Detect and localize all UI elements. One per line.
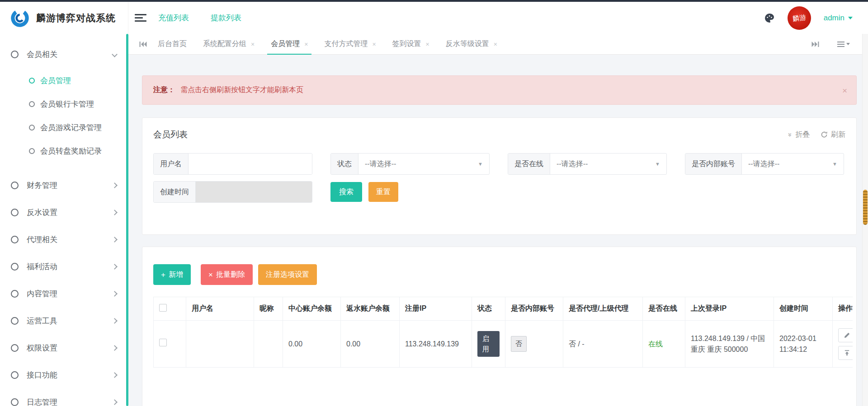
status-select[interactable]: --请选择-- ▼ [359,154,489,174]
sidebar-item-会员相关[interactable]: 会员相关 [0,41,128,68]
sidebar-subitem-会员银行卡管理[interactable]: 会员银行卡管理 [0,92,128,116]
batch-delete-button[interactable]: × 批量删除 [201,264,253,285]
select-caret-icon: ▼ [478,161,483,167]
tab-list: 后台首页系统配置分组×会员管理×支付方式管理×签到设置×反水等级设置× [158,34,514,55]
theme-palette-icon[interactable] [764,13,775,23]
username-input[interactable] [189,154,312,174]
online-filter-group: 是否在线 --请选择-- ▼ [508,153,667,175]
tab-close-icon[interactable]: × [372,41,376,48]
select-all-header-cell [154,297,186,321]
notice-prefix: 注意： [153,86,175,93]
sidebar-subitem-label: 会员银行卡管理 [40,99,94,109]
tab-bar: 后台首页系统配置分组×会员管理×支付方式管理×签到设置×反水等级设置× [128,34,868,55]
collapse-button[interactable]: » 折叠 [788,130,810,140]
sidebar-item-内容管理[interactable]: 内容管理 [0,280,128,307]
search-button[interactable]: 搜索 [330,182,362,202]
circle-icon [11,371,19,379]
created-time-input[interactable] [196,182,312,202]
refresh-icon [821,131,828,138]
internal-badge: 否 [511,336,527,352]
column-header-操作: 操作 [833,297,853,321]
sidebar-subitem-会员游戏记录管理[interactable]: 会员游戏记录管理 [0,116,128,139]
internal-select[interactable]: --请选择-- ▼ [742,154,844,174]
refresh-label: 刷新 [831,130,845,140]
sidebar-item-反水设置[interactable]: 反水设置 [0,199,128,226]
tab-label: 会员管理 [271,39,300,49]
column-header-状态: 状态 [472,297,505,321]
sidebar-item-日志管理[interactable]: 日志管理 [0,388,128,406]
chevron-right-icon [112,182,118,188]
tab-close-icon[interactable]: × [304,41,308,48]
circle-icon [29,78,35,84]
column-header-用户名: 用户名 [186,297,254,321]
move-top-button[interactable] [838,346,853,360]
sidebar-submenu: 会员管理会员银行卡管理会员游戏记录管理会员转盘奖励记录 [0,68,128,172]
tab-options-menu-icon[interactable] [837,40,850,48]
sidebar-subitem-label: 会员管理 [40,75,71,86]
app-layout: 会员相关会员管理会员银行卡管理会员游戏记录管理会员转盘奖励记录财务管理反水设置代… [0,0,868,406]
tab-签到设置[interactable]: 签到设置× [392,34,429,55]
cell-actions [833,321,853,368]
user-menu[interactable]: admin [824,14,853,23]
sidebar-item-label: 运营工具 [27,316,113,326]
created-filter-group: 创建时间 [153,181,312,203]
circle-icon [11,51,19,58]
sidebar-scrollbar[interactable] [126,34,128,406]
tab-系统配置分组[interactable]: 系统配置分组× [203,34,255,55]
edit-button[interactable] [838,328,853,342]
tab-close-icon[interactable]: × [494,41,497,48]
sidebar-item-福利活动[interactable]: 福利活动 [0,253,128,280]
sidebar-item-财务管理[interactable]: 财务管理 [0,172,128,199]
row-checkbox[interactable] [159,339,167,346]
refresh-button[interactable]: 刷新 [821,130,845,140]
reset-button[interactable]: 重置 [368,182,398,202]
sidebar-item-代理相关[interactable]: 代理相关 [0,226,128,253]
member-table-wrap: 用户名昵称中心账户余额返水账户余额注册IP状态是否内部账号是否代理/上级代理是否… [153,297,853,368]
cell-status: 启用 [472,321,505,368]
tab-会员管理[interactable]: 会员管理× [271,34,308,55]
tab-后台首页[interactable]: 后台首页 [158,34,187,55]
sidebar-toggle-icon[interactable] [135,12,146,23]
tab-close-icon[interactable]: × [426,41,429,48]
tab-反水等级设置[interactable]: 反水等级设置× [446,34,497,55]
table-row: 0.000.00113.248.149.139启用否否 / -在线113.248… [154,321,853,368]
online-select[interactable]: --请选择-- ▼ [550,154,666,174]
sidebar-item-label: 权限设置 [27,343,113,353]
page-scrollbar-track[interactable] [862,34,868,406]
column-header-是否在线: 是否在线 [643,297,685,321]
select-all-checkbox[interactable] [159,304,167,312]
page-scrollbar-thumb[interactable] [863,190,868,225]
cell-nickname [254,321,283,368]
tabs-scroll-right-icon[interactable] [811,41,819,47]
add-button[interactable]: + 新增 [153,264,191,285]
sidebar-item-label: 反水设置 [27,207,113,218]
circle-icon [11,290,19,298]
sidebar-subitem-会员管理[interactable]: 会员管理 [0,69,128,92]
page-content: 注意：需点击右侧刷新按钮文字才能刷新本页 × 会员列表 » 折叠 [128,55,868,406]
tab-close-icon[interactable]: × [251,41,255,48]
header-link-withdraw[interactable]: 提款列表 [211,13,241,23]
double-chevron-down-icon: » [787,133,793,136]
tab-支付方式管理[interactable]: 支付方式管理× [324,34,376,55]
circle-icon [11,263,19,271]
sidebar-subitem-会员转盘奖励记录[interactable]: 会员转盘奖励记录 [0,139,128,163]
sidebar-item-权限设置[interactable]: 权限设置 [0,334,128,361]
cell-checkbox [154,321,186,368]
plus-icon: + [161,271,165,279]
header-link-recharge[interactable]: 充值列表 [158,13,189,23]
column-header-中心账户余额: 中心账户余额 [283,297,341,321]
table-body: 0.000.00113.248.149.139启用否否 / -在线113.248… [154,321,853,368]
notice-close-icon[interactable]: × [842,86,847,94]
sidebar-item-label: 内容管理 [27,289,113,299]
tabs-scroll-left-icon[interactable] [139,41,147,47]
register-options-button[interactable]: 注册选项设置 [258,264,317,285]
collapse-label: 折叠 [795,130,810,140]
status-badge[interactable]: 启用 [477,331,500,357]
chevron-right-icon [112,237,118,243]
sidebar-item-接口功能[interactable]: 接口功能 [0,361,128,388]
batch-delete-label: 批量删除 [216,270,245,280]
filter-row-1: 用户名 状态 --请选择-- ▼ 是否在线 --请选择-- [153,153,845,175]
user-avatar[interactable]: 麟游 [788,6,811,30]
sidebar-item-运营工具[interactable]: 运营工具 [0,307,128,334]
chevron-right-icon [112,291,118,297]
